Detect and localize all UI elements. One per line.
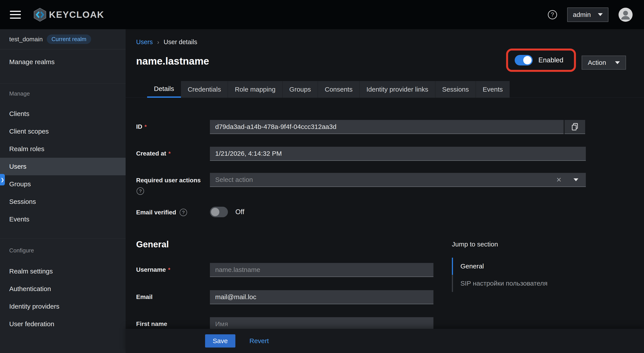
- avatar[interactable]: [618, 8, 632, 22]
- tab-identity-provider-links[interactable]: Identity provider links: [360, 81, 436, 98]
- chevron-down-icon: [615, 61, 620, 64]
- tab-events[interactable]: Events: [476, 81, 510, 98]
- sidebar-item-realm-roles[interactable]: Realm roles: [0, 140, 126, 158]
- save-button[interactable]: Save: [205, 334, 236, 347]
- sidebar-item-client-scopes[interactable]: Client scopes: [0, 123, 126, 140]
- required-user-actions-select[interactable]: Select action ✕: [210, 173, 586, 187]
- tab-details[interactable]: Details: [147, 81, 181, 98]
- required-user-actions-label: Required user actions: [136, 177, 206, 184]
- first-name-label: First name: [136, 320, 208, 327]
- realm-selector[interactable]: test_domain Current realm: [0, 29, 126, 50]
- tab-bar: Details Credentials Role mapping Groups …: [147, 81, 510, 98]
- copy-icon: [571, 123, 579, 131]
- copy-button[interactable]: [564, 120, 585, 134]
- created-at-label: Created at*: [136, 150, 208, 157]
- sidebar-nav: test_domain Current realm Manage realms …: [0, 29, 126, 353]
- help-icon[interactable]: ?: [548, 10, 557, 19]
- id-label: ID*: [136, 123, 208, 130]
- sidebar-item-clients[interactable]: Clients: [0, 105, 126, 123]
- sidebar-item-realm-settings[interactable]: Realm settings: [0, 262, 126, 280]
- brand-logo[interactable]: KEYCLOAK: [33, 8, 104, 22]
- jump-to-section-panel: Jump to section General SIP настройки по…: [452, 240, 548, 292]
- revert-button[interactable]: Revert: [250, 337, 269, 345]
- jump-item-sip-settings[interactable]: SIP настройки пользователя: [452, 275, 548, 292]
- masthead: KEYCLOAK ? admin: [0, 0, 644, 29]
- action-dropdown-label: Action: [588, 59, 606, 66]
- sidebar-item-authentication[interactable]: Authentication: [0, 280, 126, 298]
- main-content: Users › User details name.lastname Enabl…: [126, 29, 644, 353]
- tab-sessions[interactable]: Sessions: [436, 81, 476, 98]
- created-at-field[interactable]: [210, 147, 586, 161]
- enabled-toggle-label: Enabled: [538, 56, 564, 64]
- tab-groups[interactable]: Groups: [282, 81, 318, 98]
- chevron-down-icon: [598, 13, 603, 16]
- breadcrumb-separator-icon: ›: [157, 39, 159, 46]
- sidebar-item-manage-realms[interactable]: Manage realms: [0, 53, 126, 71]
- email-verified-toggle[interactable]: [210, 207, 228, 217]
- page-title: name.lastname: [136, 55, 209, 67]
- email-verified-state: Off: [236, 208, 244, 216]
- required-marker: *: [168, 266, 170, 273]
- sidebar-section-configure: Configure: [9, 247, 34, 254]
- id-field[interactable]: [210, 120, 564, 134]
- keycloak-icon: [33, 8, 47, 22]
- sidebar-item-sessions[interactable]: Sessions: [0, 193, 126, 210]
- annotation-highlight: Enabled: [506, 49, 576, 72]
- sidebar-item-users[interactable]: Users: [0, 158, 126, 175]
- current-realm-badge: Current realm: [47, 35, 91, 44]
- email-label: Email: [136, 293, 208, 300]
- username-field[interactable]: [210, 263, 434, 277]
- nav-expand-marker[interactable]: ❯: [0, 174, 5, 185]
- sidebar-item-user-federation[interactable]: User federation: [0, 315, 126, 333]
- sidebar-item-groups[interactable]: Groups: [0, 175, 126, 193]
- general-section-heading: General: [136, 239, 169, 249]
- jump-to-section-title: Jump to section: [452, 240, 548, 248]
- sidebar-item-events[interactable]: Events: [0, 210, 126, 228]
- select-placeholder: Select action: [215, 176, 253, 183]
- breadcrumb: Users › User details: [136, 39, 197, 46]
- breadcrumb-current: User details: [164, 39, 197, 46]
- chevron-right-icon: ❯: [1, 177, 4, 182]
- divider: [0, 84, 126, 84]
- tab-credentials[interactable]: Credentials: [181, 81, 228, 98]
- user-menu-label: admin: [573, 11, 591, 19]
- username-label: Username*: [136, 266, 208, 273]
- form-action-bar: Save Revert: [126, 329, 644, 353]
- user-menu-dropdown[interactable]: admin: [567, 8, 608, 22]
- sidebar-section-manage: Manage: [9, 90, 30, 97]
- required-marker: *: [144, 123, 147, 130]
- brand-name: KEYCLOAK: [49, 10, 104, 20]
- chevron-down-icon[interactable]: [574, 178, 578, 181]
- required-marker: *: [168, 150, 170, 157]
- realm-name: test_domain: [9, 36, 43, 43]
- action-dropdown[interactable]: Action: [582, 56, 626, 70]
- breadcrumb-users-link[interactable]: Users: [136, 39, 153, 46]
- email-field[interactable]: [210, 290, 434, 304]
- jump-item-general[interactable]: General: [452, 258, 548, 275]
- divider: [0, 238, 126, 239]
- help-icon[interactable]: ?: [136, 187, 144, 195]
- nav-toggle-icon[interactable]: [10, 11, 21, 19]
- enabled-toggle[interactable]: [515, 55, 533, 66]
- clear-selection-icon[interactable]: ✕: [556, 176, 562, 184]
- tab-role-mapping[interactable]: Role mapping: [228, 81, 282, 98]
- tab-consents[interactable]: Consents: [318, 81, 360, 98]
- help-icon[interactable]: ?: [180, 209, 187, 216]
- sidebar-item-identity-providers[interactable]: Identity providers: [0, 298, 126, 315]
